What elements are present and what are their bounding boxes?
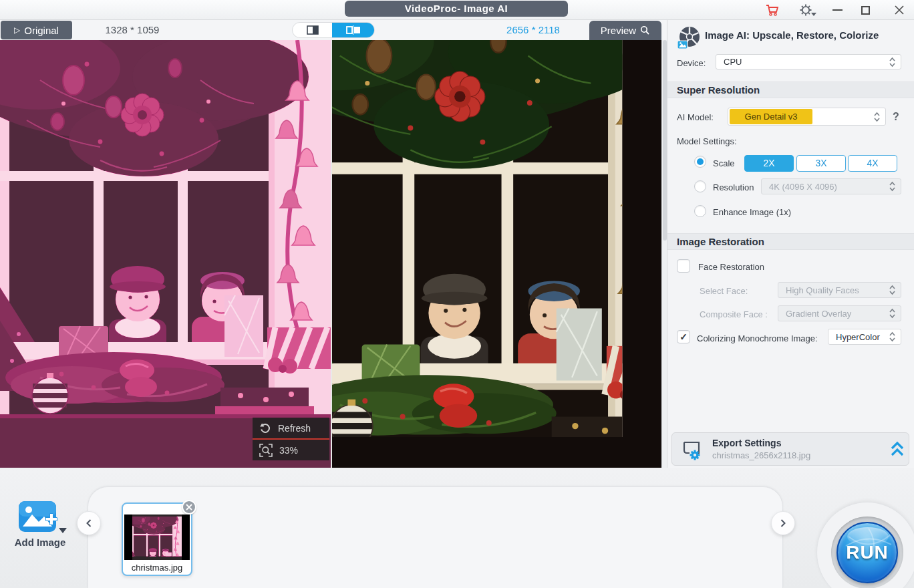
play-icon: ▷	[14, 25, 20, 35]
face-restoration-checkbox[interactable]	[677, 259, 690, 273]
titlebar: VideoProc- Image AI	[0, 0, 914, 20]
enhance-label: Enhance Image (1x)	[713, 207, 791, 217]
scale-label: Scale	[713, 158, 735, 168]
export-settings-title: Export Settings	[712, 438, 781, 448]
ai-model-value: Gen Detail v3	[730, 109, 812, 124]
tab-original-label: Original	[24, 25, 59, 36]
original-image	[0, 40, 331, 468]
panel-title: Image AI: Upscale, Restore, Colorize	[705, 29, 879, 41]
zoom-icon	[259, 444, 273, 457]
maximize-button[interactable]	[855, 1, 875, 19]
colorize-label: Colorizing Monochrome Image:	[697, 333, 818, 343]
settings-gear-icon[interactable]	[796, 1, 816, 19]
select-face-label: Select Face:	[700, 286, 748, 296]
result-size-label: 2656 * 2118	[480, 21, 587, 39]
refresh-icon	[259, 422, 271, 434]
add-image-label[interactable]: Add Image	[5, 537, 75, 548]
scroll-left-button[interactable]	[77, 511, 101, 535]
remove-image-button[interactable]	[182, 500, 196, 514]
tab-preview-label: Preview	[601, 25, 636, 36]
refresh-button[interactable]: Refresh	[253, 418, 329, 438]
composite-face-select[interactable]: Gradient Overlay	[778, 305, 901, 321]
thumbnail-filename: christmas.jpg	[123, 563, 191, 573]
add-image-caret-icon[interactable]	[59, 528, 67, 533]
scroll-right-button[interactable]	[771, 511, 795, 535]
magnifier-icon	[640, 25, 650, 35]
split-view-button[interactable]	[332, 23, 374, 37]
colorize-checkbox[interactable]: ✓	[677, 330, 690, 343]
ai-model-help-button[interactable]: ?	[893, 111, 899, 123]
cart-icon[interactable]	[762, 1, 782, 19]
select-face-select[interactable]: High Quality Faces	[778, 282, 901, 298]
zoom-level-button[interactable]: 33%	[253, 440, 329, 460]
composite-face-value: Gradient Overlay	[778, 309, 889, 319]
chevron-up-down-icon	[889, 57, 896, 67]
close-button[interactable]	[889, 1, 909, 19]
ai-model-select[interactable]: Gen Detail v3	[728, 108, 886, 126]
export-filename: christmas_2656x2118.jpg	[712, 450, 810, 460]
refresh-label: Refresh	[278, 423, 311, 434]
resolution-select[interactable]: 4K (4096 X 4096)	[761, 178, 901, 194]
add-image-icon[interactable]	[19, 501, 60, 535]
chevron-up-down-icon	[889, 308, 896, 319]
thumbnail-image	[124, 514, 190, 560]
select-face-value: High Quality Faces	[778, 285, 889, 295]
run-button[interactable]: RUN	[836, 522, 898, 583]
footer-bar: Add Image christmas.jpg	[0, 468, 914, 588]
image-ai-icon	[675, 25, 701, 51]
image-preview-stage[interactable]: Refresh 33%	[0, 40, 661, 468]
colorize-select[interactable]: HyperColor	[828, 329, 901, 345]
chevron-up-down-icon	[889, 331, 896, 342]
check-icon: ✓	[679, 331, 688, 342]
resolution-value: 4K (4096 X 4096)	[762, 182, 889, 192]
scale-3x-button[interactable]: 3X	[796, 155, 846, 172]
app-window: VideoProc- Image AI ▷ Original	[0, 0, 914, 588]
original-size-label: 1328 * 1059	[79, 21, 186, 39]
preview-scrollbar[interactable]	[661, 40, 667, 468]
run-globe-icon	[842, 526, 895, 579]
super-resolution-heading: Super Resolution	[667, 82, 914, 98]
resolution-label: Resolution	[713, 182, 754, 192]
tab-preview[interactable]: Preview	[589, 21, 661, 40]
enhance-radio[interactable]	[694, 205, 706, 217]
scale-2x-button[interactable]: 2X	[744, 155, 794, 172]
scale-4x-button[interactable]: 4X	[848, 155, 897, 172]
face-restoration-label: Face Restoration	[698, 262, 764, 272]
chevron-up-down-icon	[889, 285, 896, 295]
export-settings-icon	[681, 438, 706, 461]
chevron-up-down-icon	[873, 112, 881, 122]
composite-face-label: Composite Face :	[700, 309, 768, 319]
preview-toolbar: ▷ Original 1328 * 1059 2656 * 2118 Previ…	[0, 20, 667, 40]
single-view-button[interactable]	[293, 23, 332, 37]
image-thumbnail-card[interactable]: christmas.jpg	[122, 502, 192, 576]
scale-radio[interactable]	[694, 156, 706, 168]
viewer-controls: Refresh 33%	[253, 418, 329, 460]
zoom-level-label: 33%	[279, 445, 298, 456]
device-value: CPU	[716, 57, 889, 67]
resolution-radio[interactable]	[694, 180, 706, 192]
result-image	[332, 40, 661, 468]
device-label: Device:	[677, 58, 706, 68]
window-title: VideoProc- Image AI	[345, 1, 568, 17]
device-select[interactable]: CPU	[716, 54, 901, 69]
view-mode-switch	[292, 22, 375, 38]
collapse-chevrons-icon[interactable]	[890, 441, 905, 458]
image-restoration-heading: Image Restoration	[667, 233, 914, 250]
minimize-button[interactable]	[827, 1, 847, 19]
model-settings-label: Model Settings:	[677, 136, 737, 146]
ai-model-label: AI Model:	[677, 112, 714, 122]
colorize-value: HyperColor	[828, 332, 889, 342]
export-settings-card[interactable]: Export Settings christmas_2656x2118.jpg	[671, 432, 909, 466]
tab-original[interactable]: ▷ Original	[1, 21, 72, 39]
chevron-up-down-icon	[889, 181, 896, 192]
settings-panel: Image AI: Upscale, Restore, Colorize Dev…	[667, 20, 914, 468]
gear-caret-icon	[811, 13, 816, 16]
